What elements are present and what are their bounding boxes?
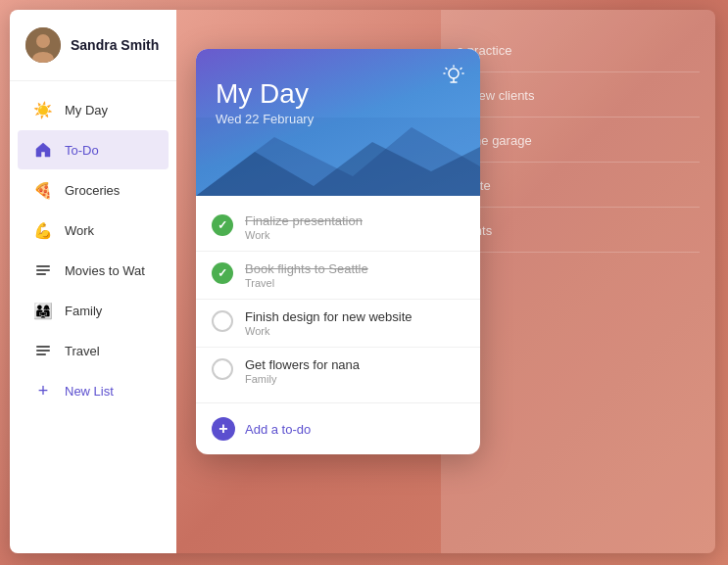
- background-tasks: o practice or new clients at the garage …: [441, 10, 715, 553]
- card-footer: + Add a to-do: [196, 402, 480, 454]
- task-text: Finish design for new website Work: [245, 309, 413, 337]
- sidebar-item-my-day[interactable]: ☀️ My Day: [18, 90, 169, 129]
- pizza-icon: 🍕: [33, 180, 53, 200]
- card-header: My Day Wed 22 February: [196, 49, 480, 196]
- task-category: Work: [245, 229, 363, 241]
- svg-rect-15: [36, 353, 46, 355]
- bg-task-item: or new clients: [457, 74, 700, 118]
- svg-rect-14: [36, 350, 50, 352]
- sidebar-item-label: Work: [65, 223, 94, 238]
- card-tasks-list: Finalize presentation Work Book flights …: [196, 196, 480, 402]
- new-list-button[interactable]: + New List: [18, 371, 169, 410]
- task-category: Travel: [245, 277, 368, 289]
- svg-rect-10: [36, 265, 50, 267]
- sidebar-item-label: To-Do: [65, 143, 99, 158]
- sidebar-item-work[interactable]: 💪 Work: [18, 211, 169, 250]
- card-title: My Day: [216, 78, 461, 110]
- bg-task-item: o practice: [457, 29, 700, 72]
- svg-point-19: [449, 69, 459, 78]
- bg-task-item: ebsite: [457, 165, 700, 208]
- task-text: Book flights to Seattle Travel: [245, 261, 368, 289]
- avatar: [25, 27, 61, 63]
- sidebar-item-to-do[interactable]: To-Do: [18, 130, 169, 169]
- task-title: Book flights to Seattle: [245, 261, 368, 276]
- main-content: o practice or new clients at the garage …: [176, 10, 715, 553]
- home-icon: [33, 140, 53, 160]
- svg-point-8: [36, 34, 50, 48]
- bg-task-item: at the garage: [457, 119, 700, 163]
- sidebar-item-label: Family: [65, 304, 102, 318]
- sidebar-item-label: My Day: [65, 103, 108, 118]
- sidebar-item-movies[interactable]: Movies to Wat: [18, 251, 169, 290]
- task-checkbox[interactable]: [212, 262, 233, 284]
- sidebar-item-travel[interactable]: Travel: [18, 331, 169, 370]
- family-icon: 👨‍👩‍👧: [33, 301, 53, 320]
- svg-rect-18: [196, 118, 480, 196]
- card-date: Wed 22 February: [216, 112, 461, 126]
- task-category: Work: [245, 325, 413, 337]
- task-checkbox[interactable]: [212, 214, 233, 236]
- list-icon: [33, 260, 53, 280]
- task-item[interactable]: Book flights to Seattle Travel: [196, 252, 480, 300]
- sidebar-item-label: Movies to Wat: [65, 263, 145, 278]
- task-item[interactable]: Finalize presentation Work: [196, 204, 480, 252]
- plus-icon: +: [33, 381, 53, 400]
- svg-rect-11: [36, 269, 50, 271]
- sidebar-item-family[interactable]: 👨‍👩‍👧 Family: [18, 291, 169, 330]
- sun-icon: ☀️: [33, 100, 53, 119]
- myday-card: My Day Wed 22 February Finalize presenta…: [196, 49, 480, 454]
- card-mountain: [196, 118, 480, 196]
- user-name: Sandra Smith: [71, 37, 159, 53]
- task-text: Finalize presentation Work: [245, 213, 363, 241]
- task-category: Family: [245, 373, 360, 385]
- sidebar-item-label: Travel: [65, 344, 100, 358]
- task-title: Get flowers for nana: [245, 357, 360, 372]
- task-checkbox[interactable]: [212, 358, 233, 380]
- task-item[interactable]: Get flowers for nana Family: [196, 348, 480, 395]
- task-title: Finish design for new website: [245, 309, 413, 324]
- new-list-label: New List: [65, 384, 114, 399]
- svg-rect-13: [36, 346, 50, 348]
- sidebar: Sandra Smith ☀️ My Day To-Do 🍕 Groceries: [10, 10, 176, 553]
- user-profile[interactable]: Sandra Smith: [10, 10, 176, 81]
- bg-task-item: arents: [457, 210, 700, 253]
- sidebar-item-label: Groceries: [65, 183, 120, 198]
- sidebar-item-groceries[interactable]: 🍕 Groceries: [18, 170, 169, 210]
- task-text: Get flowers for nana Family: [245, 357, 360, 385]
- task-title: Finalize presentation: [245, 213, 363, 228]
- sidebar-navigation: ☀️ My Day To-Do 🍕 Groceries 💪 Work: [10, 81, 176, 553]
- svg-rect-12: [36, 273, 46, 275]
- add-todo-button[interactable]: +: [212, 417, 235, 441]
- travel-list-icon: [33, 341, 53, 360]
- task-item[interactable]: Finish design for new website Work: [196, 300, 480, 348]
- add-todo-label[interactable]: Add a to-do: [245, 422, 311, 437]
- muscle-icon: 💪: [33, 220, 53, 240]
- app-container: Sandra Smith ☀️ My Day To-Do 🍕 Groceries: [10, 10, 715, 553]
- task-checkbox[interactable]: [212, 310, 233, 332]
